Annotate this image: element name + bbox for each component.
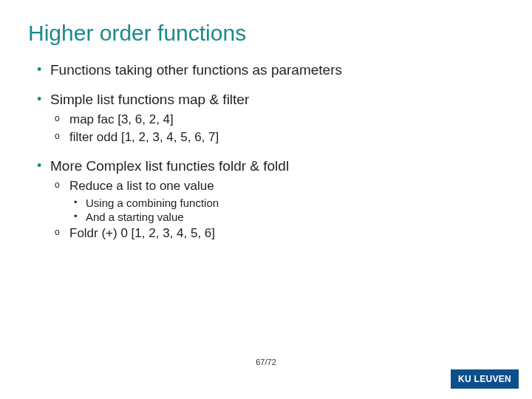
sub-text: map fac [3, 6, 2, 4] bbox=[69, 112, 174, 126]
sub-text: filter odd [1, 2, 3, 4, 5, 6, 7] bbox=[69, 130, 219, 144]
bullet-text: More Complex list functies foldr & foldl bbox=[50, 158, 289, 174]
sub-item: map fac [3, 6, 2, 4] bbox=[50, 112, 504, 127]
sub-text: Reduce a list to one value bbox=[69, 179, 214, 193]
subsub-item: Using a combining function bbox=[69, 197, 504, 209]
bullet-item: Simple list functions map & filter map f… bbox=[34, 92, 504, 145]
sub-item: Foldr (+) 0 [1, 2, 3, 4, 5, 6] bbox=[50, 226, 504, 241]
brand-logo: KU LEUVEN bbox=[451, 369, 519, 389]
sub-list: map fac [3, 6, 2, 4] filter odd [1, 2, 3… bbox=[50, 112, 504, 145]
subsub-text: Using a combining function bbox=[86, 197, 219, 209]
subsub-item: And a starting value bbox=[69, 211, 504, 223]
slide: Higher order functions Functions taking … bbox=[0, 0, 532, 399]
sub-text: Foldr (+) 0 [1, 2, 3, 4, 5, 6] bbox=[69, 226, 215, 240]
subsub-text: And a starting value bbox=[86, 211, 184, 223]
bullet-text: Simple list functions map & filter bbox=[50, 92, 249, 107]
sub-item: filter odd [1, 2, 3, 4, 5, 6, 7] bbox=[50, 130, 504, 145]
sub-item: Reduce a list to one value Using a combi… bbox=[50, 179, 504, 223]
subsub-list: Using a combining function And a startin… bbox=[69, 197, 504, 223]
bullet-text: Functions taking other functions as para… bbox=[50, 62, 342, 78]
bullet-item: Functions taking other functions as para… bbox=[34, 62, 504, 78]
page-number: 67/72 bbox=[0, 358, 532, 366]
bullet-item: More Complex list functies foldr & foldl… bbox=[34, 158, 504, 241]
sub-list: Reduce a list to one value Using a combi… bbox=[50, 179, 504, 241]
slide-content: Functions taking other functions as para… bbox=[28, 62, 504, 241]
bullet-list: Functions taking other functions as para… bbox=[34, 62, 504, 241]
slide-title: Higher order functions bbox=[28, 21, 504, 46]
